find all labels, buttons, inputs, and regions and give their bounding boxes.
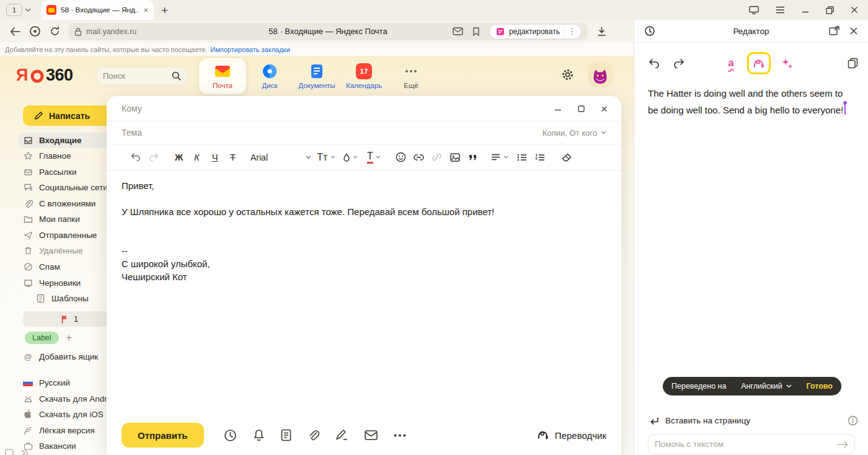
- attach-file-icon[interactable]: [308, 429, 319, 441]
- search-box[interactable]: [96, 66, 188, 86]
- bold-button[interactable]: Ж: [170, 152, 188, 162]
- font-size-select[interactable]: Тт: [314, 152, 339, 163]
- search-icon[interactable]: [172, 71, 181, 81]
- service-docs[interactable]: Документы: [293, 58, 340, 94]
- import-bookmarks-link[interactable]: Импортировать закладки: [210, 46, 290, 53]
- compose-close-icon[interactable]: ×: [601, 103, 608, 115]
- subject-field[interactable]: Тема: [122, 128, 142, 138]
- bookmark-icon[interactable]: [472, 27, 480, 36]
- open-in-window-icon[interactable]: [829, 26, 839, 36]
- ai-prompt-input[interactable]: [655, 440, 838, 449]
- send-button[interactable]: Отправить: [122, 423, 204, 448]
- devices-icon[interactable]: [749, 6, 759, 14]
- folder-label: Отправленные: [39, 231, 97, 240]
- service-mail[interactable]: Почта: [199, 58, 246, 94]
- language-select[interactable]: Английский: [741, 382, 791, 391]
- more-options-icon[interactable]: [394, 434, 406, 437]
- service-disk[interactable]: Диск: [246, 58, 293, 94]
- schedule-send-icon[interactable]: [224, 429, 237, 442]
- flagged-filter[interactable]: 1: [23, 311, 116, 327]
- rewrite-highlight-box[interactable]: [747, 52, 771, 74]
- tab-counter[interactable]: 1: [6, 4, 22, 16]
- highlight-color-select[interactable]: [339, 152, 362, 163]
- unlink-icon[interactable]: [428, 152, 446, 162]
- message-body-editor[interactable]: Привет, У Шляпника все хорошо у остальны…: [107, 170, 621, 283]
- grammar-check-icon[interactable]: a: [721, 57, 741, 69]
- envelope-icon[interactable]: [365, 430, 378, 440]
- done-button[interactable]: Готово: [806, 382, 833, 391]
- body-line: У Шляпника все хорошо у остальных кажетс…: [122, 205, 606, 218]
- editor-redo-icon[interactable]: [669, 59, 689, 68]
- text-color-select[interactable]: Т: [362, 151, 386, 164]
- back-icon[interactable]: [5, 27, 25, 36]
- font-family-select[interactable]: Arial: [248, 152, 314, 162]
- eraser-icon[interactable]: [557, 153, 575, 162]
- add-label-icon[interactable]: +: [66, 332, 72, 343]
- cc-from-toggle[interactable]: Копии, От кого: [542, 128, 606, 138]
- insert-to-page-row[interactable]: Вставить на страницу: [649, 415, 858, 426]
- notes-icon[interactable]: [281, 429, 291, 441]
- body-line: Привет,: [122, 179, 606, 192]
- info-icon[interactable]: [848, 415, 858, 426]
- copy-icon[interactable]: [848, 58, 858, 69]
- download-icon[interactable]: [596, 27, 607, 37]
- signature-pen-icon[interactable]: [335, 430, 348, 441]
- compose-maximize-icon[interactable]: [578, 105, 585, 112]
- ai-prompt-box[interactable]: [648, 434, 855, 454]
- insert-image-icon[interactable]: [446, 153, 464, 162]
- redo-icon[interactable]: [144, 153, 162, 161]
- restore-icon[interactable]: [826, 6, 834, 14]
- service-label: Календарь: [346, 82, 382, 89]
- reminder-bell-icon[interactable]: [253, 429, 265, 442]
- align-select[interactable]: [487, 152, 513, 163]
- refresh-icon[interactable]: [45, 26, 64, 37]
- menu-icon[interactable]: [776, 6, 785, 14]
- send-icon: [23, 231, 33, 240]
- close-window-icon[interactable]: [851, 6, 858, 14]
- submit-arrow-icon[interactable]: [838, 441, 848, 448]
- to-field[interactable]: Кому: [122, 104, 142, 113]
- emoji-icon[interactable]: [392, 152, 410, 162]
- translator-button[interactable]: Переводчик: [537, 430, 606, 441]
- search-input[interactable]: [103, 71, 172, 81]
- folder-label: Удалённые: [39, 246, 82, 255]
- chat-icon: [23, 183, 33, 192]
- trash-icon: [23, 246, 33, 255]
- quote-icon[interactable]: [464, 154, 482, 161]
- strikethrough-button[interactable]: Т: [224, 152, 242, 162]
- mail-notify-icon[interactable]: [453, 27, 463, 35]
- browser-tab-bar: 1 58 · Входящие — Янд... × +: [0, 0, 868, 20]
- avatar[interactable]: [588, 62, 613, 87]
- link-icon[interactable]: [410, 154, 428, 161]
- service-calendar[interactable]: 17 Календарь: [340, 58, 388, 94]
- browser-tab[interactable]: 58 · Входящие — Янд... ×: [41, 0, 154, 20]
- underline-button[interactable]: Ч: [206, 152, 224, 162]
- flag-icon: [61, 315, 68, 324]
- browser-toolbar: mail.yandex.ru 58 · Входящие — Яндекс По…: [0, 20, 634, 43]
- link-label: Русский: [39, 378, 70, 387]
- italic-button[interactable]: К: [188, 152, 206, 162]
- address-bar[interactable]: mail.yandex.ru 58 · Входящие — Яндекс По…: [68, 23, 588, 40]
- edit-pill-menu-icon[interactable]: ⋮: [564, 27, 579, 36]
- yandex-360-logo[interactable]: Я 360: [16, 66, 73, 85]
- collapsed-corner-icons[interactable]: [5, 449, 29, 455]
- new-tab-button[interactable]: +: [161, 4, 168, 16]
- settings-gear-icon[interactable]: [561, 68, 574, 81]
- ai-sparkles-icon[interactable]: [777, 58, 797, 69]
- minimize-icon[interactable]: [802, 6, 809, 14]
- numbered-list-icon[interactable]: [531, 154, 549, 161]
- translated-text-area[interactable]: The Hatter is doing well and the others …: [634, 75, 868, 118]
- undo-icon[interactable]: [126, 153, 144, 161]
- editor-undo-icon[interactable]: [644, 59, 664, 68]
- panel-close-icon[interactable]: [849, 27, 858, 35]
- text-cursor: [844, 105, 846, 115]
- edit-mode-pill[interactable]: редактировать ⋮: [489, 24, 582, 39]
- compose-minimize-icon[interactable]: [554, 105, 562, 112]
- yandex-services-icon[interactable]: [25, 25, 45, 37]
- tab-list-chevron-icon[interactable]: [25, 8, 31, 12]
- bullet-list-icon[interactable]: [513, 154, 531, 161]
- service-more[interactable]: Ещё: [388, 58, 435, 94]
- tab-close-icon[interactable]: ×: [143, 6, 148, 15]
- compose-button[interactable]: Написать: [23, 105, 116, 126]
- user-label-tag[interactable]: Label: [25, 332, 59, 344]
